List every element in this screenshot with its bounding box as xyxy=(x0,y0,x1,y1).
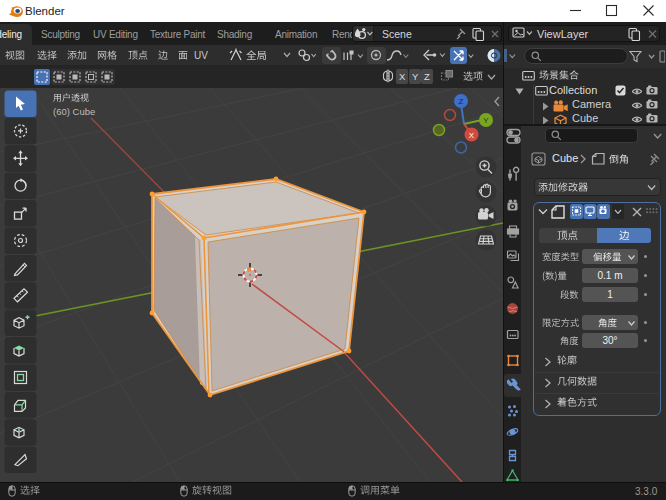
svg-text:X: X xyxy=(469,131,475,140)
svg-text:Z: Z xyxy=(459,97,464,106)
svg-text:Y: Y xyxy=(483,116,489,125)
